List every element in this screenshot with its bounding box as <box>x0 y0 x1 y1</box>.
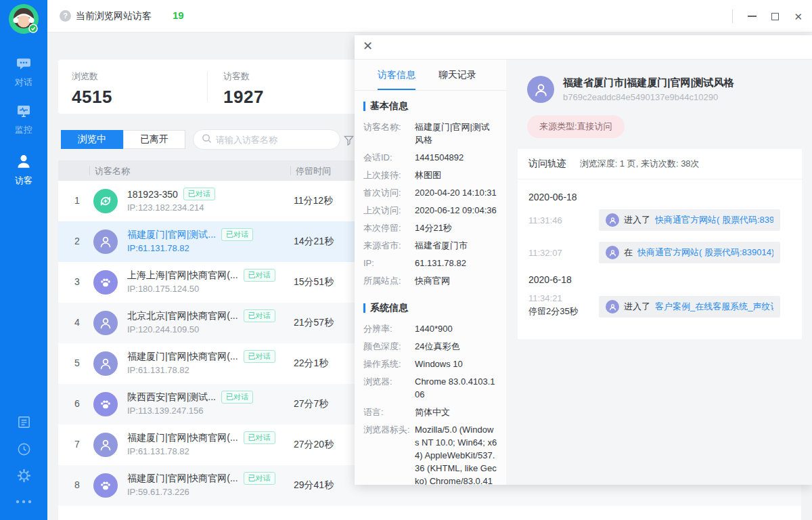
trail-action: 进入了 <box>624 214 650 226</box>
minimize-button[interactable] <box>748 16 757 17</box>
notes-icon[interactable] <box>0 414 47 432</box>
divider <box>207 72 208 102</box>
field-label: 语言: <box>363 406 415 418</box>
trail-title: 访问轨迹 <box>528 158 566 169</box>
panel-close-bar: ✕ <box>355 35 812 60</box>
search-input[interactable] <box>216 135 335 145</box>
field-value: 福建厦门|官网|测试风格 <box>415 121 497 146</box>
column-visitor-name: 访客名称 <box>95 165 130 177</box>
field-value: 林图图 <box>415 169 497 181</box>
title-bar: ? 当前浏览网站访客 19 ✕ <box>47 0 812 32</box>
visitor-name: 福建厦门|官网|快商官网(... <box>127 351 238 363</box>
close-panel-icon[interactable]: ✕ <box>363 40 373 52</box>
trail-page-chip: 在 快商通官方网站( 股票代码:839014) <box>599 242 780 263</box>
visitor-search[interactable] <box>193 129 340 150</box>
sidebar-nav-item[interactable]: 访客 <box>0 152 47 187</box>
filter-funnel-icon[interactable] <box>344 135 354 148</box>
status-tabs: 浏览中 已离开 <box>61 130 185 149</box>
tab-chat-history[interactable]: 聊天记录 <box>438 60 476 90</box>
more-icon[interactable] <box>0 497 47 507</box>
maximize-button[interactable] <box>771 13 779 20</box>
paw-avatar-icon <box>93 270 118 295</box>
visitor-name: 福建厦门|官网|测试... <box>127 229 216 241</box>
visitor-ip: IP:120.244.109.50 <box>127 324 199 334</box>
source-type-badge: 来源类型:直接访问 <box>527 115 625 138</box>
field-label: 浏览器标头: <box>363 423 415 485</box>
visitor-row-partial <box>58 506 801 520</box>
field-label: 来源省市: <box>363 239 415 252</box>
monitor-icon <box>15 111 32 121</box>
trail-time: 11:31:46 <box>528 214 599 227</box>
info-field: 上次访问: 2020-06-12 09:04:36 <box>363 204 497 217</box>
trail-summary: 浏览深度: 1 页, 来访次数: 38次 <box>580 158 700 169</box>
row-index: 7 <box>69 439 85 450</box>
row-index: 4 <box>69 317 85 328</box>
field-value: Mozilla/5.0 (Windows NT 10.0; Win64; x64… <box>415 423 497 485</box>
trail-page-link[interactable]: 快商通官方网站( 股票代码:839014) <box>637 246 773 259</box>
trail-date: 2020-06-18 <box>528 192 791 202</box>
tab-browsing[interactable]: 浏览中 <box>61 130 123 149</box>
help-icon[interactable]: ? <box>60 10 71 22</box>
stay-time: 21分57秒 <box>294 317 334 329</box>
agent-avatar-icon <box>9 4 39 34</box>
field-label: IP: <box>363 257 415 269</box>
field-label: 本次停留: <box>363 221 415 234</box>
detail-left-column: 访客信息 聊天记录 基本信息 访客名称: 福建厦门|官网|测试风格 <box>355 60 506 485</box>
stay-time: 22分1秒 <box>294 358 328 370</box>
field-value: 1440*900 <box>415 322 497 335</box>
field-value: 14分21秒 <box>415 221 497 234</box>
tab-left[interactable]: 已离开 <box>123 130 185 149</box>
info-field: 浏览器标头: Mozilla/5.0 (Windows NT 10.0; Win… <box>363 423 497 485</box>
info-field: 所属站点: 快商官网 <box>363 274 497 287</box>
info-field: 浏览器: Chrome 83.0.4103.106 <box>363 375 497 401</box>
tab-visitor-info[interactable]: 访客信息 <box>378 60 415 90</box>
field-value: Chrome 83.0.4103.106 <box>415 375 497 401</box>
profile-id: b769c2eaddc84e5490137e9b44c10290 <box>563 92 734 102</box>
visitor-detail-panel: ✕ 访客信息 聊天记录 基本信息 访客名称: 福建厦门|官网|测试风格 <box>355 35 812 485</box>
field-value: 24位真彩色 <box>415 340 497 353</box>
trail-date: 2020-6-18 <box>528 274 791 285</box>
row-index: 2 <box>69 236 85 246</box>
stay-time: 14分21秒 <box>294 236 334 248</box>
profile-name: 福建省厦门市|福建厦门|官网|测试风格 <box>563 77 734 89</box>
person-icon <box>606 246 619 259</box>
person-avatar-icon <box>93 433 118 457</box>
agent-avatar[interactable] <box>9 4 39 34</box>
visitors-value: 1927 <box>223 87 264 108</box>
sidebar-nav-item[interactable]: 对话 <box>0 56 47 89</box>
trail-action: 进入了 <box>624 301 650 313</box>
trail-stay-duration: 停留2分35秒 <box>528 305 599 318</box>
stay-time: 27分20秒 <box>294 439 334 451</box>
sidebar-nav-label: 对话 <box>0 77 47 89</box>
trail-page-link[interactable]: 快商通官方网站( 股票代码:8390 <box>655 214 773 226</box>
visitor-ip: IP:59.61.73.226 <box>127 487 189 497</box>
trail-page-link[interactable]: 客户案例_在线客服系统_声纹识 <box>655 301 773 313</box>
visitor-name: 陕西西安|官网|测试... <box>127 391 216 404</box>
search-icon <box>202 133 212 146</box>
stay-time: 29分41秒 <box>294 479 334 492</box>
divider <box>732 9 733 23</box>
system-info-fields: 分辨率: 1440*900 颜色深度: 24位真彩色 操作系统: Windows… <box>363 322 497 485</box>
info-field: 上次接待: 林图图 <box>363 169 497 181</box>
row-index: 1 <box>69 195 85 206</box>
section-bar <box>363 102 365 111</box>
close-window-button[interactable]: ✕ <box>794 12 803 22</box>
sidebar-nav-item[interactable]: 监控 <box>0 103 47 136</box>
settings-icon[interactable] <box>0 468 47 485</box>
history-icon[interactable] <box>0 441 47 459</box>
chatted-badge: 已对话 <box>221 228 253 241</box>
info-field: 操作系统: Windows 10 <box>363 358 497 370</box>
detail-right-column: 福建省厦门市|福建厦门|官网|测试风格 b769c2eaddc84e549013… <box>506 60 812 485</box>
visit-trail-card: 访问轨迹 浏览深度: 1 页, 来访次数: 38次 2020-06-18 <box>518 149 802 339</box>
stay-time: 27分7秒 <box>294 398 328 410</box>
trail-time: 11:34:21 <box>528 292 599 305</box>
profile-avatar-icon <box>527 76 554 103</box>
stay-time: 15分51秒 <box>294 276 334 288</box>
info-field: 分辨率: 1440*900 <box>363 322 497 335</box>
person-icon <box>15 162 32 172</box>
field-label: 首次访问: <box>363 186 415 199</box>
field-label: 会话ID: <box>363 151 415 164</box>
info-field: 本次停留: 14分21秒 <box>363 221 497 234</box>
person-avatar-icon <box>93 351 118 376</box>
trail-entry: 11:34:21 停留2分35秒 进入了 客户案例_在线客服系统_声纹识 <box>528 292 791 318</box>
